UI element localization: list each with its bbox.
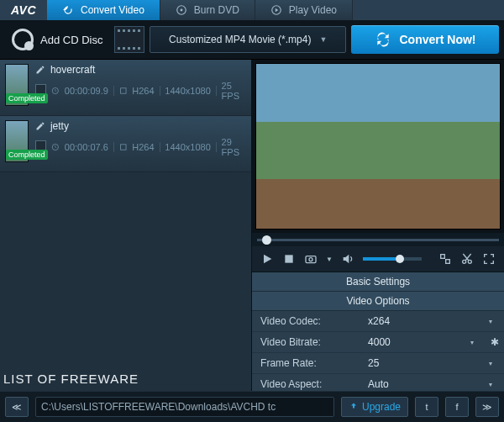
section-video-options[interactable]: Video Options bbox=[252, 292, 504, 311]
item-res: 1440x1080 bbox=[165, 86, 210, 96]
tab-label: Burn DVD bbox=[194, 4, 239, 16]
svg-point-1 bbox=[180, 9, 182, 12]
settings-panel: Basic Settings Video Options Video Codec… bbox=[252, 272, 504, 391]
status-badge: Completed bbox=[6, 93, 48, 103]
row-value: 25 bbox=[353, 357, 489, 369]
crop-icon[interactable] bbox=[438, 252, 452, 266]
svg-rect-6 bbox=[120, 145, 125, 150]
film-icon bbox=[119, 142, 128, 152]
list-item[interactable]: Completed jetty 00:00:07.6 H264 1440x108… bbox=[0, 116, 251, 172]
row-label: Frame Rate: bbox=[252, 357, 353, 369]
pencil-icon[interactable] bbox=[35, 121, 45, 131]
row-label: Video Bitrate: bbox=[252, 336, 353, 348]
film-icon bbox=[119, 86, 128, 96]
add-cd-label: Add CD Disc bbox=[40, 34, 102, 46]
convert-now-button[interactable]: Convert Now! bbox=[351, 25, 499, 54]
upload-icon bbox=[349, 402, 359, 412]
row-value: x264 bbox=[353, 315, 489, 327]
svg-rect-4 bbox=[120, 88, 125, 93]
format-label: Customized MP4 Movie (*.mp4) bbox=[169, 34, 311, 45]
seek-bar[interactable] bbox=[252, 233, 504, 246]
refresh-icon bbox=[62, 4, 74, 16]
row-frame-rate[interactable]: Frame Rate: 25 ▾ bbox=[252, 353, 504, 374]
convert-label: Convert Now! bbox=[400, 33, 476, 46]
list-item[interactable]: Completed hovercraft 00:00:09.9 H264 144… bbox=[0, 60, 251, 116]
fullscreen-icon[interactable] bbox=[482, 252, 496, 266]
tab-label: Play Video bbox=[289, 4, 337, 16]
pencil-icon[interactable] bbox=[35, 65, 45, 75]
prev-button[interactable]: ≪ bbox=[5, 397, 29, 417]
svg-rect-11 bbox=[446, 260, 450, 264]
chevron-down-icon[interactable]: ▼ bbox=[326, 256, 333, 263]
item-codec: H264 bbox=[132, 86, 154, 96]
svg-rect-7 bbox=[285, 255, 292, 262]
row-label: Video Codec: bbox=[252, 315, 353, 327]
upgrade-button[interactable]: Upgrade bbox=[341, 397, 408, 417]
play-icon[interactable] bbox=[260, 252, 274, 266]
row-video-bitrate[interactable]: Video Bitrate: 4000 ▾ ✱ bbox=[252, 332, 504, 353]
twitter-icon[interactable]: t bbox=[415, 397, 438, 417]
section-basic-settings[interactable]: Basic Settings bbox=[252, 272, 504, 292]
row-label: Video Aspect: bbox=[252, 378, 353, 390]
format-dropdown[interactable]: Customized MP4 Movie (*.mp4) ▼ bbox=[150, 26, 346, 53]
stop-icon[interactable] bbox=[282, 252, 296, 266]
tab-play-video[interactable]: Play Video bbox=[255, 0, 353, 20]
chevron-down-icon[interactable]: ▾ bbox=[489, 381, 504, 388]
item-duration: 00:00:09.9 bbox=[65, 86, 108, 96]
item-fps: 29 FPS bbox=[222, 137, 246, 157]
upgrade-label: Upgrade bbox=[362, 401, 401, 413]
svg-rect-8 bbox=[306, 256, 316, 263]
item-codec: H264 bbox=[132, 142, 154, 152]
chevron-down-icon: ▼ bbox=[319, 35, 327, 44]
volume-icon[interactable] bbox=[341, 252, 354, 266]
add-cd-button[interactable]: Add CD Disc bbox=[5, 25, 109, 54]
row-value: 4000 bbox=[353, 336, 470, 348]
item-title: jetty bbox=[50, 120, 69, 132]
item-duration: 00:00:07.6 bbox=[65, 142, 108, 152]
add-disc-icon bbox=[12, 29, 34, 50]
thumbnail: Completed bbox=[5, 120, 29, 162]
watermark: LIST OF FREEWARE bbox=[3, 372, 139, 386]
clock-icon bbox=[51, 86, 60, 96]
row-video-codec[interactable]: Video Codec: x264 ▾ bbox=[252, 311, 504, 332]
clock-icon bbox=[51, 142, 60, 152]
item-res: 1440x1080 bbox=[165, 142, 210, 152]
tab-burn-dvd[interactable]: Burn DVD bbox=[160, 0, 255, 20]
item-title: hovercraft bbox=[50, 64, 95, 76]
play-circle-icon bbox=[270, 4, 282, 16]
next-button[interactable]: ≫ bbox=[475, 397, 499, 417]
chevron-down-icon[interactable]: ▾ bbox=[489, 318, 504, 325]
row-video-aspect[interactable]: Video Aspect: Auto ▾ bbox=[252, 374, 504, 391]
file-list: Completed hovercraft 00:00:09.9 H264 144… bbox=[0, 60, 252, 391]
svg-point-9 bbox=[309, 258, 312, 261]
row-value: Auto bbox=[353, 378, 489, 390]
thumbnail: Completed bbox=[5, 64, 29, 106]
chevron-down-icon[interactable]: ▾ bbox=[470, 339, 486, 346]
cut-icon[interactable] bbox=[460, 252, 474, 266]
sync-icon bbox=[375, 31, 391, 48]
snapshot-icon[interactable] bbox=[304, 252, 318, 266]
tab-convert-video[interactable]: Convert Video bbox=[47, 0, 160, 20]
status-badge: Completed bbox=[6, 150, 48, 160]
gear-icon[interactable]: ✱ bbox=[486, 336, 504, 348]
app-logo: AVC bbox=[0, 0, 47, 20]
disc-icon bbox=[176, 4, 187, 16]
item-fps: 25 FPS bbox=[222, 81, 246, 101]
profile-icon-button[interactable] bbox=[114, 26, 144, 53]
video-preview bbox=[255, 63, 501, 229]
volume-slider[interactable] bbox=[363, 257, 422, 261]
seek-thumb[interactable] bbox=[262, 235, 271, 245]
output-path[interactable]: C:\Users\LISTOFFREEWARE\Downloads\AVCHD … bbox=[35, 397, 334, 417]
chevron-down-icon[interactable]: ▾ bbox=[489, 360, 504, 367]
facebook-icon[interactable]: f bbox=[445, 397, 469, 417]
tab-label: Convert Video bbox=[81, 4, 144, 16]
svg-rect-10 bbox=[441, 255, 445, 259]
